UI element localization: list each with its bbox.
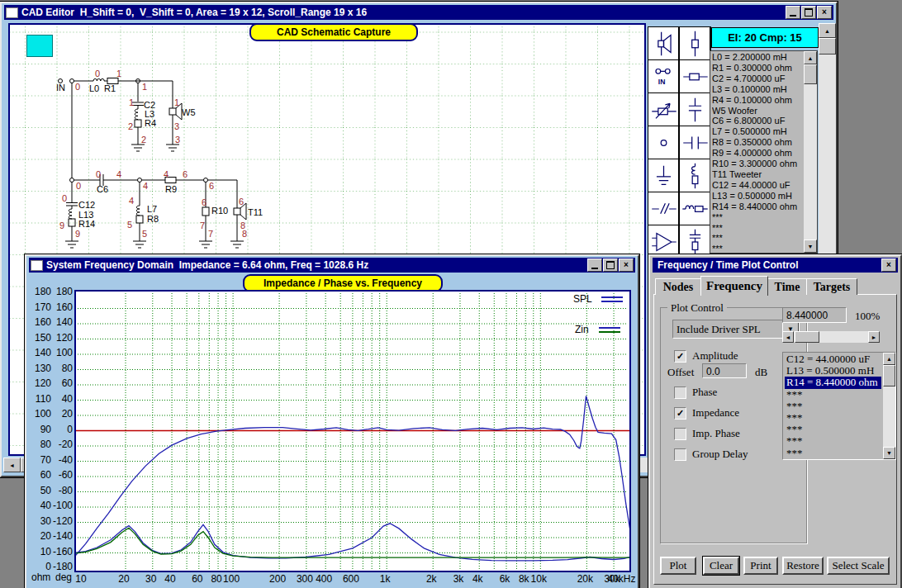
- svg-text:0: 0: [76, 181, 81, 191]
- list-item[interactable]: L13 = 0.500000 mH: [785, 365, 881, 377]
- value-scrollbar[interactable]: ◄ ►: [782, 331, 880, 343]
- phase-checkbox-row[interactable]: Phase: [674, 386, 717, 399]
- spl-mode-dropdown[interactable]: Include Driver SPL ▼: [672, 320, 800, 339]
- impedance-checkbox[interactable]: [674, 407, 686, 420]
- list-item[interactable]: ***: [785, 412, 881, 424]
- list-item[interactable]: L3 = 0.100000 mH: [712, 84, 803, 95]
- list-item[interactable]: C12 = 44.00000 uF: [712, 180, 803, 191]
- list-item[interactable]: ***: [785, 424, 881, 435]
- phase-checkbox[interactable]: [674, 386, 686, 399]
- svg-text:3: 3: [175, 135, 180, 145]
- control-titlebar[interactable]: Frequency / Time Plot Control ×: [653, 258, 898, 273]
- amplitude-checkbox-row[interactable]: Amplitude: [674, 349, 738, 363]
- list-item[interactable]: ***: [712, 212, 803, 223]
- svg-text:1: 1: [142, 82, 147, 92]
- list-item[interactable]: ***: [785, 389, 881, 401]
- capacitor-vertical-icon[interactable]: [680, 93, 710, 126]
- restore-button[interactable]: Restore: [782, 557, 824, 575]
- amplitude-checkbox[interactable]: [674, 350, 686, 363]
- x-tick: 200: [269, 573, 286, 585]
- list-item[interactable]: R14 = 8.440000 ohm: [712, 202, 803, 212]
- list-item[interactable]: L7 = 0.500000 mH: [712, 126, 803, 137]
- input-terminals-icon[interactable]: IN: [648, 60, 678, 92]
- close-button[interactable]: ×: [881, 258, 896, 272]
- node-icon[interactable]: [648, 126, 678, 159]
- offset-field[interactable]: 0.0: [702, 363, 747, 378]
- amplifier-icon[interactable]: [648, 225, 678, 258]
- speaker-vertical-icon[interactable]: [648, 27, 678, 59]
- scroll-down-icon[interactable]: ▼: [804, 239, 817, 253]
- plot-button[interactable]: Plot: [660, 557, 696, 575]
- capacitor-resistor-vertical-icon[interactable]: [680, 225, 710, 258]
- capacitor-horizontal-icon[interactable]: [680, 126, 710, 159]
- resistor-horizontal-icon[interactable]: [680, 60, 710, 92]
- impedance-checkbox-row[interactable]: Impedance: [674, 406, 739, 420]
- list-item[interactable]: ***: [712, 223, 803, 234]
- list-item[interactable]: L13 = 0.500000 mH: [712, 191, 803, 202]
- close-button[interactable]: ×: [619, 258, 634, 272]
- list-item[interactable]: ***: [785, 435, 881, 447]
- list-item[interactable]: ***: [785, 401, 881, 412]
- legend-spl-label: SPL: [573, 293, 592, 305]
- scroll-right-icon[interactable]: ►: [868, 331, 880, 343]
- group-delay-checkbox-row[interactable]: Group Delay: [674, 448, 748, 461]
- maximize-button[interactable]: [603, 258, 618, 272]
- plot-area: SPL Zin: [74, 290, 631, 572]
- scroll-up-icon[interactable]: ▲: [883, 353, 895, 365]
- ground-icon[interactable]: [648, 159, 678, 192]
- list-item[interactable]: ***: [712, 244, 803, 253]
- resistor-vertical-icon[interactable]: [680, 27, 710, 59]
- y-tick-ohm: 30: [30, 515, 51, 527]
- group-delay-checkbox[interactable]: [674, 448, 686, 461]
- scroll-down-icon[interactable]: ▼: [883, 447, 895, 459]
- imp-phase-checkbox[interactable]: [674, 428, 686, 440]
- component-list-scrollbar[interactable]: ▲ ▼: [804, 51, 817, 253]
- list-item[interactable]: R14 = 8.440000 ohm: [785, 377, 881, 388]
- list-item[interactable]: ***: [712, 233, 803, 244]
- scrollbar-thumb[interactable]: [883, 365, 895, 386]
- scrollbar-thumb[interactable]: [804, 64, 817, 84]
- y-axis-deg-unit: deg: [55, 571, 72, 583]
- selection-swatch[interactable]: [26, 35, 53, 57]
- list-item[interactable]: R10 = 3.300000 ohm: [712, 159, 803, 169]
- trimmer-icon[interactable]: [648, 93, 678, 126]
- plot-titlebar[interactable]: System Frequency Domain Impedance = 6.64…: [29, 258, 635, 273]
- scroll-left-icon[interactable]: ◄: [782, 331, 794, 343]
- tab-targets[interactable]: Targets: [806, 278, 857, 295]
- list-item[interactable]: L0 = 2.200000 mH: [712, 52, 803, 63]
- svg-text:0: 0: [95, 69, 100, 78]
- list-item[interactable]: R9 = 4.000000 ohm: [712, 148, 803, 159]
- list-item[interactable]: C6 = 6.800000 uF: [712, 116, 803, 126]
- tab-time[interactable]: Time: [767, 278, 807, 295]
- select-scale-button[interactable]: Select Scale: [827, 557, 890, 575]
- scroll-up-icon[interactable]: ▲: [819, 23, 836, 38]
- scrollbar-thumb[interactable]: [819, 38, 836, 55]
- list-item[interactable]: R4 = 0.100000 ohm: [712, 95, 803, 106]
- tab-frequency[interactable]: Frequency: [700, 276, 768, 296]
- print-button[interactable]: Print: [743, 557, 778, 575]
- inductor-resistor-vertical-icon[interactable]: [680, 159, 710, 192]
- scrollbar-thumb[interactable]: [795, 331, 819, 343]
- list-item[interactable]: ***: [785, 448, 881, 459]
- list-item[interactable]: W5 Woofer: [712, 106, 803, 116]
- inductor-resistor-horizontal-icon[interactable]: [680, 192, 710, 225]
- maximize-button[interactable]: [801, 6, 816, 19]
- minimize-button[interactable]: [786, 6, 800, 19]
- list-item[interactable]: C12 = 44.00000 uF: [785, 353, 881, 365]
- control-list-scrollbar[interactable]: ▲ ▼: [883, 353, 895, 459]
- list-item[interactable]: R8 = 0.350000 ohm: [712, 137, 803, 148]
- list-item[interactable]: C2 = 4.700000 uF: [712, 74, 803, 84]
- list-item[interactable]: R1 = 0.300000 ohm: [712, 63, 803, 74]
- cad-titlebar[interactable]: CAD Editor H_Shift = 0, V_Shift = 0, Are…: [4, 5, 833, 20]
- svg-text:1: 1: [174, 97, 179, 107]
- component-value-field[interactable]: 8.440000: [782, 307, 847, 323]
- switch-icon[interactable]: [648, 192, 678, 225]
- clear-button[interactable]: Clear: [703, 557, 739, 575]
- scroll-left-icon[interactable]: ◄: [3, 458, 21, 472]
- minimize-button[interactable]: [587, 258, 602, 272]
- imp-phase-checkbox-row[interactable]: Imp. Phase: [674, 427, 740, 440]
- list-item[interactable]: T11 Tweeter: [712, 169, 803, 180]
- close-button[interactable]: ×: [817, 6, 832, 19]
- scroll-up-icon[interactable]: ▲: [804, 51, 817, 64]
- tab-nodes[interactable]: Nodes: [655, 278, 701, 295]
